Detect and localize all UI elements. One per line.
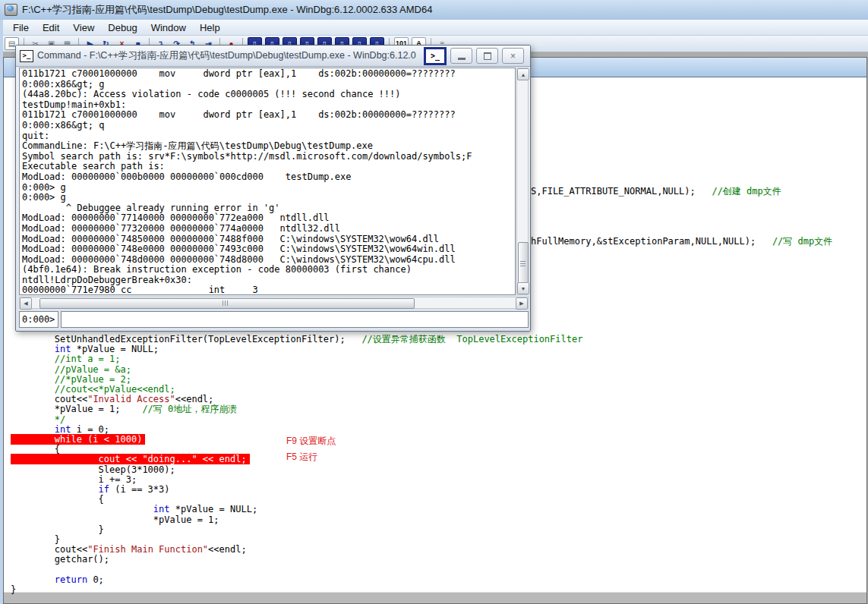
code-line[interactable]: int *pValue = NULL; — [11, 344, 159, 354]
command-input[interactable] — [61, 311, 529, 328]
code-line[interactable]: int i = 0; — [11, 425, 109, 435]
menu-item-debug[interactable]: Debug — [101, 20, 144, 35]
code-line[interactable]: //pValue = &a; — [11, 365, 131, 375]
minimize-icon — [458, 58, 466, 60]
code-line[interactable]: i += 3; — [11, 475, 137, 485]
command-window: >_ Command - F:\C++学习指南-应用篇\代码\testDump\… — [15, 45, 531, 332]
code-line[interactable]: getchar(); — [11, 555, 109, 565]
code-line[interactable]: //cout<<*pValue<<endl; — [11, 385, 175, 395]
hscroll-thumb[interactable] — [39, 298, 415, 309]
code-line[interactable]: } — [11, 525, 104, 535]
code-line[interactable]: return 0; — [11, 575, 104, 585]
code-line[interactable]: *pValue = 1; //写 0地址，程序崩溃 — [11, 404, 237, 414]
command-vscrollbar[interactable]: ▲ ▼ — [516, 68, 529, 295]
code-line[interactable]: { — [11, 495, 104, 505]
command-prompt-toggle-button[interactable]: >_ — [424, 47, 447, 65]
command-hscrollbar[interactable]: ◀ ▶ — [19, 297, 529, 309]
menu-item-edit[interactable]: Edit — [36, 20, 66, 35]
shortcut-annotation: F9 设置断点 — [286, 435, 336, 448]
command-window-title: Command - F:\C++学习指南-应用篇\代码\testDump\Deb… — [37, 49, 420, 62]
scroll-right-icon[interactable]: ▶ — [516, 297, 528, 310]
code-line[interactable]: int *pValue = NULL; — [11, 505, 257, 514]
code-line[interactable]: } — [11, 585, 16, 595]
main-window-title: F:\C++学习指南-应用篇\代码\testDump\Debug\testDum… — [22, 3, 432, 17]
shortcut-annotation: F5 运行 — [286, 451, 317, 464]
command-window-titlebar[interactable]: >_ Command - F:\C++学习指南-应用篇\代码\testDump\… — [16, 46, 530, 67]
code-fragment[interactable]: hFullMemory,&stExceptionParam,NULL,NULL)… — [531, 237, 832, 247]
code-line[interactable]: //int a = 1; — [11, 354, 121, 364]
source-hscrollbar[interactable] — [4, 592, 866, 603]
close-button[interactable]: × — [502, 48, 524, 64]
breakpoint-highlight-line[interactable]: while (i < 1000) — [11, 435, 145, 445]
minimize-button[interactable] — [450, 48, 472, 64]
menu-item-file[interactable]: File — [6, 20, 36, 35]
command-output-text: 011b1721 c70001000000 mov dword ptr [eax… — [20, 68, 515, 295]
vscroll-thumb[interactable] — [518, 242, 529, 285]
menu-bar: FileEditViewDebugWindowHelp — [0, 20, 868, 36]
code-line[interactable]: */ — [11, 415, 65, 425]
breakpoint-highlight-line[interactable]: cout << "doing..." << endl; — [11, 455, 250, 464]
main-titlebar[interactable]: F:\C++学习指南-应用篇\代码\testDump\Debug\testDum… — [0, 0, 868, 20]
scroll-up-icon[interactable]: ▲ — [517, 68, 529, 80]
command-prompt-label: 0:000> — [19, 311, 58, 328]
scroll-left-icon[interactable]: ◀ — [20, 297, 32, 310]
code-line[interactable]: *pValue = 1; — [11, 515, 219, 525]
menu-item-help[interactable]: Help — [193, 20, 227, 35]
command-input-row: 0:000> — [19, 311, 529, 328]
code-line[interactable]: SetUnhandledExceptionFilter(TopLevelExce… — [11, 335, 582, 344]
menu-item-view[interactable]: View — [66, 20, 101, 35]
windbg-app-icon — [5, 4, 17, 16]
code-line[interactable]: cout<<"Invalid Access"<<endl; — [11, 395, 213, 404]
code-fragment[interactable]: S,FILE_ATTRIBUTE_NORMAL,NULL); //创建 dmp文… — [531, 187, 781, 197]
command-prompt-icon: >_ — [20, 50, 33, 62]
code-line[interactable]: if (i == 3*3) — [11, 485, 170, 495]
command-output[interactable]: 011b1721 c70001000000 mov dword ptr [eax… — [19, 68, 516, 295]
code-line[interactable]: { — [11, 445, 60, 455]
code-line[interactable]: Sleep(3*1000); — [11, 465, 175, 475]
restore-button[interactable] — [476, 48, 498, 64]
code-line[interactable]: cout<<"Finish Main Function"<<endl; — [11, 545, 247, 555]
scroll-down-icon[interactable]: ▼ — [517, 282, 529, 294]
restore-icon — [484, 52, 491, 60]
menu-item-window[interactable]: Window — [144, 20, 193, 35]
code-line[interactable]: } — [11, 535, 60, 545]
code-line[interactable]: //*pValue = 2; — [11, 375, 131, 385]
